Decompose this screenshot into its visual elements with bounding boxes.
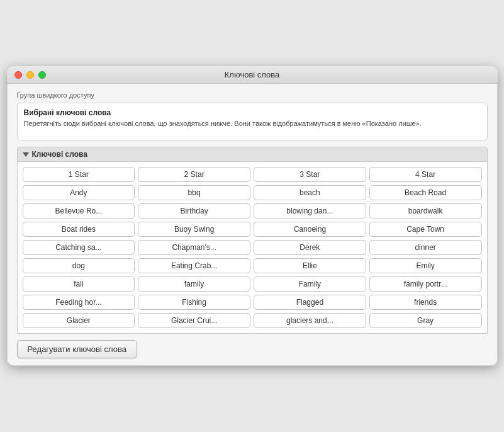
keyword-item[interactable]: Glacier	[23, 313, 135, 328]
main-content: Група швидкого доступу Вибрані ключові с…	[7, 84, 498, 334]
keyword-item[interactable]: family	[138, 276, 250, 292]
footer: Редагувати ключові слова	[7, 334, 498, 366]
keyword-item[interactable]: blowing dan...	[254, 203, 366, 219]
keyword-item[interactable]: 1 Star	[23, 167, 135, 182]
keyword-item[interactable]: 4 Star	[369, 167, 482, 182]
maximize-button[interactable]	[38, 71, 46, 79]
keyword-item[interactable]: boardwalk	[369, 203, 482, 219]
keywords-section: Ключові слова 1 Star2 Star3 Star4 StarAn…	[17, 147, 488, 334]
traffic-lights	[14, 71, 46, 79]
keywords-header: Ключові слова	[17, 147, 488, 162]
keyword-item[interactable]: Buoy Swing	[138, 222, 250, 237]
keyword-item[interactable]: 2 Star	[138, 167, 250, 182]
keyword-item[interactable]: Birthday	[138, 203, 250, 219]
selected-keywords-section[interactable]: Вибрані ключові слова Перетягніть сюди в…	[17, 103, 488, 140]
minimize-button[interactable]	[26, 71, 34, 79]
keyword-item[interactable]: Chapman's...	[138, 240, 250, 255]
keyword-item[interactable]: Catching sa...	[23, 240, 135, 255]
keywords-grid-container: 1 Star2 Star3 Star4 StarAndybbqbeachBeac…	[17, 162, 488, 334]
close-button[interactable]	[14, 71, 22, 79]
keyword-item[interactable]: Emily	[369, 258, 482, 273]
keywords-grid: 1 Star2 Star3 Star4 StarAndybbqbeachBeac…	[23, 167, 482, 328]
keyword-item[interactable]: Boat rides	[23, 222, 135, 237]
keyword-item[interactable]: Family	[254, 276, 366, 292]
keyword-item[interactable]: Fishing	[138, 295, 250, 310]
keyword-item[interactable]: Gray	[369, 313, 482, 328]
keyword-item[interactable]: 3 Star	[254, 167, 366, 182]
selected-keywords-title: Вибрані ключові слова	[24, 108, 481, 117]
keyword-item[interactable]: Eating Crab...	[138, 258, 250, 273]
keyword-item[interactable]: Ellie	[254, 258, 366, 273]
keyword-item[interactable]: Beach Road	[369, 185, 482, 200]
keyword-item[interactable]: Feeding hor...	[23, 295, 135, 310]
keyword-item[interactable]: dog	[23, 258, 135, 273]
collapse-icon[interactable]	[23, 152, 29, 157]
titlebar: Ключові слова	[7, 66, 498, 84]
keyword-item[interactable]: Cape Town	[369, 222, 482, 237]
keywords-window: Ключові слова Група швидкого доступу Виб…	[7, 66, 498, 366]
keyword-item[interactable]: Canoeing	[254, 222, 366, 237]
keyword-item[interactable]: friends	[369, 295, 482, 310]
keyword-item[interactable]: glaciers and...	[254, 313, 366, 328]
keyword-item[interactable]: Glacier Crui...	[138, 313, 250, 328]
keyword-item[interactable]: Derek	[254, 240, 366, 255]
keyword-item[interactable]: fall	[23, 276, 135, 292]
selected-keywords-description: Перетягніть сюди вибрані ключові слова, …	[24, 119, 481, 128]
keywords-header-label: Ключові слова	[32, 150, 87, 159]
keyword-item[interactable]: bbq	[138, 185, 250, 200]
keyword-item[interactable]: family portr...	[369, 276, 482, 292]
keyword-item[interactable]: dinner	[369, 240, 482, 255]
keyword-item[interactable]: Andy	[23, 185, 135, 200]
window-title: Ключові слова	[225, 70, 279, 79]
keyword-item[interactable]: beach	[254, 185, 366, 200]
quick-access-label: Група швидкого доступу	[17, 91, 488, 99]
edit-keywords-button[interactable]: Редагувати ключові слова	[17, 340, 137, 358]
keyword-item[interactable]: Flagged	[254, 295, 366, 310]
keyword-item[interactable]: Bellevue Ro...	[23, 203, 135, 219]
